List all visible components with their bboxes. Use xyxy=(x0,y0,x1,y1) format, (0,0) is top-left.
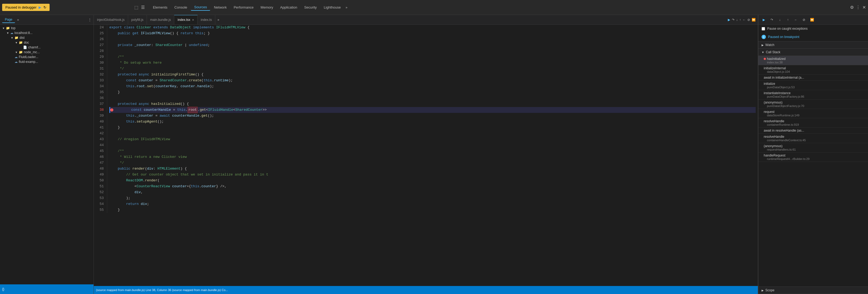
call-stack-item-3[interactable]: initialize pureDataObject.js:53 xyxy=(758,81,868,90)
step-resume-icon[interactable]: ▶ xyxy=(728,18,730,22)
tab-network[interactable]: Network xyxy=(211,4,230,10)
long-resume-btn[interactable]: ⏩ xyxy=(809,16,815,23)
call-stack-item-2[interactable]: await in initializeInternal (a... xyxy=(758,75,868,81)
call-stack-item-11[interactable]: handleRequest runtimeRequestH...rBuilder… xyxy=(758,152,868,162)
more-code-tabs[interactable]: » xyxy=(215,18,221,22)
cloud-icon: ☁ xyxy=(10,31,13,35)
cs-name-11: handleRequest xyxy=(764,153,865,157)
step-into-btn[interactable]: ↓ xyxy=(777,16,783,23)
more-options-icon[interactable]: ⋮ xyxy=(856,5,860,10)
call-stack-item-8[interactable]: await in resolveHandle (as... xyxy=(758,127,868,134)
call-stack-item-7[interactable]: resolveHandle containerRuntime.ts:919 xyxy=(758,118,868,127)
call-stack-item-0[interactable]: hasInitialized index.tsx:38 xyxy=(758,56,868,65)
pause-exceptions-label: Pause on caught exceptions xyxy=(767,27,808,31)
call-stack-item-10[interactable]: (anonymous) requestHandlers.ts:61 xyxy=(758,143,868,152)
long-resume-icon[interactable]: ⏩ xyxy=(752,18,756,22)
tab-lighthouse[interactable]: Lighthouse xyxy=(320,4,344,10)
tab-security[interactable]: Security xyxy=(301,4,320,10)
tree-item-fluidloader[interactable]: ☁ FluidLoader... xyxy=(0,54,94,60)
tab-console[interactable]: Console xyxy=(171,4,191,10)
tree-item-localhost[interactable]: ▼ ☁ localhost:8... xyxy=(0,31,94,35)
step-back-icon[interactable]: ← xyxy=(743,18,746,22)
tab-label: index.tsx xyxy=(178,18,190,22)
ln-45: 45 xyxy=(97,148,104,154)
tree-item-doc[interactable]: ▼ 📁 doc xyxy=(0,40,94,45)
tab-main-bundle[interactable]: main.bundle.js xyxy=(147,15,174,25)
tab-index-tsx[interactable]: index.tsx ✕ xyxy=(174,15,197,25)
right-panel: ▶ ↷ ↓ ↑ ← ⊘ ⏩ Pause on caught exceptions… xyxy=(758,15,868,294)
info-icon: i xyxy=(762,35,766,39)
tree-label: dist xyxy=(20,36,25,40)
pause-exceptions-checkbox[interactable] xyxy=(762,27,765,31)
deactivate-bp-icon[interactable]: ⊘ xyxy=(747,18,750,22)
step-over-code-icon[interactable]: ↷ xyxy=(732,18,735,22)
call-stack-item-9[interactable]: resolveHandle containerHandleContext.ts:… xyxy=(758,134,868,143)
tab-label: main.bundle.js xyxy=(150,18,171,22)
tree-item-dist[interactable]: ▼ 📁 dist xyxy=(0,35,94,40)
code-status-bar: (source mapped from main.bundle.js) Line… xyxy=(94,286,758,294)
right-panel-toolbar: ▶ ↷ ↓ ↑ ← ⊘ ⏩ xyxy=(758,15,868,25)
tab-polyfill[interactable]: polyfill.js xyxy=(128,15,147,25)
bracket-icon[interactable]: {} xyxy=(2,287,4,291)
breakpoint-dot[interactable] xyxy=(110,108,114,112)
scope-section-header[interactable]: ▶ Scope xyxy=(758,287,868,294)
deactivate-bp-btn[interactable]: ⊘ xyxy=(801,16,807,23)
tab-page[interactable]: Page xyxy=(2,16,15,23)
cs-name-4: instantiateInstance xyxy=(764,91,865,95)
call-stack-section-header[interactable]: ▼ Call Stack xyxy=(758,49,868,56)
inspect-icon[interactable]: ⬚ xyxy=(134,5,138,10)
tab-index-ts[interactable]: index.ts xyxy=(197,15,215,25)
call-stack-item-5[interactable]: (anonymous) pureDataObjectFactory.js:70 xyxy=(758,100,868,109)
code-line-38: const counterHandle = this. root .get<IF… xyxy=(110,107,756,113)
code-line-40: this.setupAgent(); xyxy=(110,119,756,125)
watch-section-header[interactable]: ▶ Watch xyxy=(758,41,868,49)
folder-icon: 📁 xyxy=(19,41,23,44)
call-stack-item-6[interactable]: request dataStoreRuntime.js:149 xyxy=(758,109,868,118)
resume-icon[interactable]: ▶ xyxy=(39,5,41,9)
step-over-btn[interactable]: ↷ xyxy=(769,16,775,23)
cs-loc-3: pureDataObject.js:53 xyxy=(764,85,865,89)
more-tabs-icon[interactable]: » xyxy=(345,6,347,9)
step-over-icon[interactable]: ↻ xyxy=(43,5,46,9)
tree-item-charmf[interactable]: 📄 charmf... xyxy=(0,45,94,50)
tab-sources[interactable]: Sources xyxy=(191,4,210,11)
code-content[interactable]: 24 25 26 27 28 29 30 31 32 33 34 35 36 3… xyxy=(94,25,758,286)
ln-43: 43 xyxy=(97,137,104,142)
call-stack-item-4[interactable]: instantiateInstance pureDataObjectFactor… xyxy=(758,90,868,100)
ln-35: 35 xyxy=(97,89,104,95)
tree-item-top[interactable]: ▼ 📁 top xyxy=(0,26,94,31)
cs-name-8: await in resolveHandle (as... xyxy=(764,129,865,133)
ln-29: 29 xyxy=(97,54,104,60)
tab-performance[interactable]: Performance xyxy=(230,4,257,10)
code-line-48: public render(div: HTMLElement) { xyxy=(110,166,756,172)
cs-loc-10: requestHandlers.ts:61 xyxy=(764,148,865,151)
cs-name-3: initialize xyxy=(764,82,865,85)
tab-inject-global-hook[interactable]: injectGlobalHook.js xyxy=(94,15,128,25)
code-line-42 xyxy=(110,131,756,137)
tab-application[interactable]: Application xyxy=(277,4,301,10)
panel-menu-icon[interactable]: ⋮ xyxy=(88,18,91,22)
step-into-icon[interactable]: ↓ xyxy=(736,18,738,22)
device-icon[interactable]: ☰ xyxy=(141,5,145,10)
code-line-41: } xyxy=(110,125,756,131)
resume-debug-btn[interactable]: ▶ xyxy=(761,16,767,23)
close-devtools-icon[interactable]: ✕ xyxy=(862,5,866,10)
ln-27: 27 xyxy=(97,42,104,48)
step-back-btn[interactable]: ← xyxy=(793,16,799,23)
code-line-50: ReactDOM.render( xyxy=(110,178,756,184)
ln-50: 50 xyxy=(97,178,104,184)
tab-close-icon[interactable]: ✕ xyxy=(192,19,194,22)
tree-item-fluid-examp[interactable]: ☁ fluid-examp... xyxy=(0,60,94,64)
tree-item-node-mc[interactable]: ▼ 📁 node_mc... xyxy=(0,50,94,54)
more-panel-tabs-icon[interactable]: » xyxy=(17,18,19,22)
paused-banner: Paused in debugger ▶ ↻ xyxy=(2,4,50,11)
call-stack-item-1[interactable]: initializeInternal dataObject.js:104 xyxy=(758,65,868,75)
tab-elements[interactable]: Elements xyxy=(150,4,170,10)
step-out-btn[interactable]: ↑ xyxy=(785,16,791,23)
tree-arrow: ▼ xyxy=(2,27,5,30)
tab-memory[interactable]: Memory xyxy=(257,4,276,10)
code-line-26 xyxy=(110,36,756,42)
settings-icon[interactable]: ⚙ xyxy=(850,5,854,10)
ln-49: 49 xyxy=(97,172,104,178)
step-out-icon[interactable]: ↑ xyxy=(739,18,741,22)
